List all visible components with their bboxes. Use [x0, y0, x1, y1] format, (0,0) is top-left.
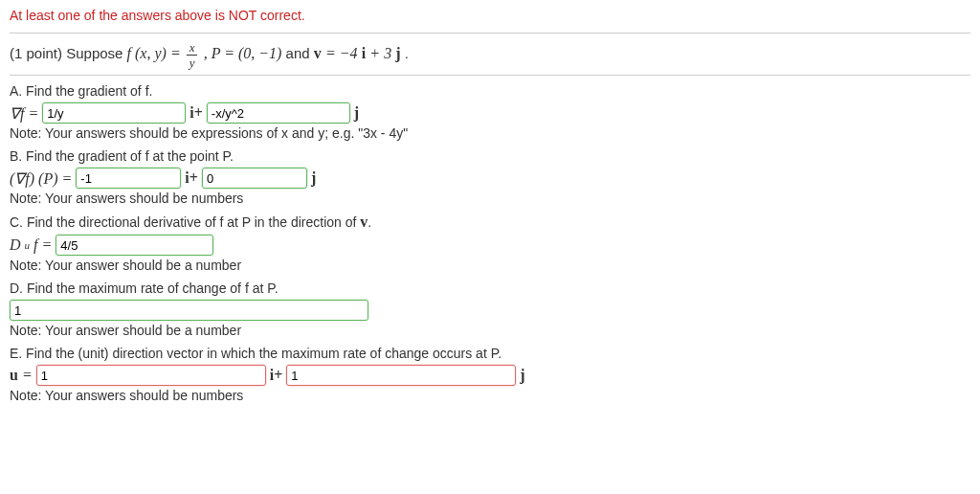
- part-e-input-2[interactable]: [286, 365, 516, 386]
- part-e-label: E. Find the (unit) direction vector in w…: [10, 346, 970, 361]
- part-c-label-post: .: [368, 214, 371, 230]
- part-b-note: Note: Your answers should be numbers: [10, 191, 970, 206]
- P-def: P = (0, −1): [212, 45, 282, 61]
- Du-f: f =: [33, 236, 52, 254]
- fraction-xy: x y: [187, 41, 198, 69]
- j-b: j: [311, 169, 316, 187]
- u-symbol: u: [10, 367, 18, 384]
- part-b-label: B. Find the gradient of f at the point P…: [10, 148, 970, 164]
- points-label: (1 point): [10, 45, 62, 61]
- part-a-note: Note: Your answers should be expressions…: [10, 125, 970, 141]
- frac-den: y: [187, 56, 198, 69]
- problem-statement: (1 point) Suppose f (x, y) = x y , P = (…: [10, 33, 970, 76]
- i-symbol: i: [362, 45, 366, 61]
- i-plus-b: i+: [185, 169, 198, 187]
- u-eq: =: [22, 367, 33, 384]
- part-d-note: Note: Your answer should be a number: [10, 323, 970, 338]
- period: .: [405, 45, 409, 61]
- j-e: j: [520, 367, 524, 384]
- part-a: A. Find the gradient of f. ∇f = i+ j Not…: [10, 83, 970, 141]
- j-a: j: [354, 104, 359, 122]
- part-b: B. Find the gradient of f at the point P…: [10, 148, 970, 206]
- j-symbol: j: [395, 45, 400, 61]
- part-a-input-2[interactable]: [207, 102, 350, 124]
- part-e: E. Find the (unit) direction vector in w…: [10, 346, 970, 403]
- part-d: D. Find the maximum rate of change of f …: [10, 281, 970, 338]
- i-plus-a: i+: [189, 104, 203, 122]
- part-c-label-pre: C. Find the directional derivative of f …: [10, 214, 360, 230]
- part-a-input-1[interactable]: [42, 102, 186, 124]
- part-d-label: D. Find the maximum rate of change of f …: [10, 281, 970, 296]
- and-text: and: [286, 45, 314, 61]
- Du-u: u: [25, 239, 31, 251]
- plus3: + 3: [369, 45, 391, 61]
- frac-num: x: [187, 41, 198, 56]
- prefix-text: Suppose: [66, 45, 126, 61]
- v-eq-part: = −4: [325, 45, 358, 61]
- part-c: C. Find the directional derivative of f …: [10, 213, 970, 273]
- part-d-input[interactable]: [10, 300, 368, 321]
- part-c-note: Note: Your answer should be a number: [10, 258, 970, 273]
- part-b-input-2[interactable]: [202, 168, 307, 189]
- part-c-input[interactable]: [56, 235, 213, 256]
- Du-D: D: [10, 236, 21, 254]
- part-e-note: Note: Your answers should be numbers: [10, 388, 970, 403]
- part-e-input-1[interactable]: [36, 365, 266, 386]
- comma1: ,: [204, 45, 212, 61]
- part-a-label: A. Find the gradient of f.: [10, 83, 970, 99]
- part-c-label: C. Find the directional derivative of f …: [10, 213, 970, 231]
- warning-message: At least one of the answers above is NOT…: [10, 8, 970, 23]
- grad-f-lhs: ∇f =: [10, 104, 38, 123]
- part-b-input-1[interactable]: [76, 168, 181, 189]
- i-plus-e: i+: [270, 367, 283, 384]
- grad-f-p-lhs: (∇f) (P) =: [10, 169, 72, 188]
- func-def: f (x, y) =: [127, 45, 185, 61]
- v-symbol: v: [314, 45, 322, 61]
